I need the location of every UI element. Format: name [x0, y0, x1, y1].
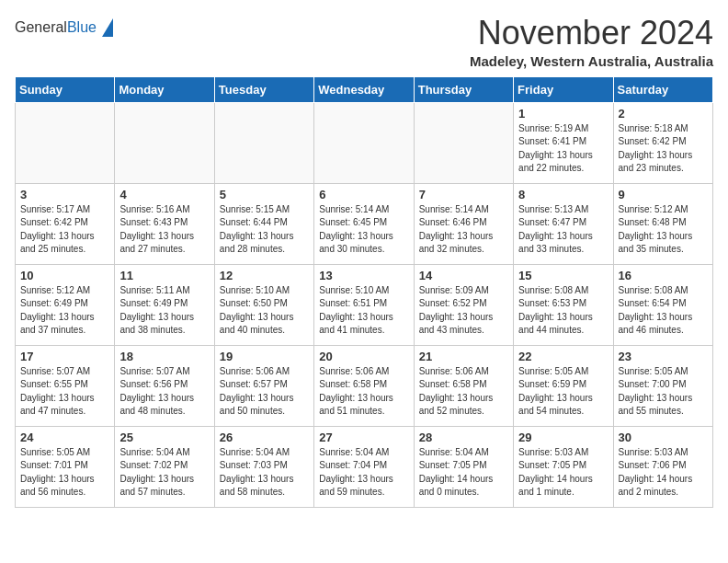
- calendar-week-2: 3Sunrise: 5:17 AM Sunset: 6:42 PM Daylig…: [16, 183, 713, 264]
- calendar-cell: 18Sunrise: 5:07 AM Sunset: 6:56 PM Dayli…: [115, 345, 214, 426]
- calendar-cell: 5Sunrise: 5:15 AM Sunset: 6:44 PM Daylig…: [214, 183, 313, 264]
- weekday-header-saturday: Saturday: [613, 76, 712, 102]
- day-number: 4: [119, 188, 209, 201]
- day-info: Sunrise: 5:11 AM Sunset: 6:49 PM Dayligh…: [119, 284, 209, 338]
- calendar-cell: 22Sunrise: 5:05 AM Sunset: 6:59 PM Dayli…: [514, 345, 613, 426]
- day-info: Sunrise: 5:04 AM Sunset: 7:03 PM Dayligh…: [220, 446, 309, 500]
- day-info: Sunrise: 5:04 AM Sunset: 7:02 PM Dayligh…: [119, 446, 209, 500]
- month-title: November 2024: [470, 15, 713, 52]
- calendar-cell: 26Sunrise: 5:04 AM Sunset: 7:03 PM Dayli…: [214, 426, 313, 507]
- calendar-cell: 29Sunrise: 5:03 AM Sunset: 7:05 PM Dayli…: [514, 426, 613, 507]
- day-number: 19: [220, 350, 309, 363]
- calendar-cell: 1Sunrise: 5:19 AM Sunset: 6:41 PM Daylig…: [514, 102, 613, 183]
- calendar-week-1: 1Sunrise: 5:19 AM Sunset: 6:41 PM Daylig…: [16, 102, 713, 183]
- day-number: 23: [619, 350, 708, 363]
- calendar-cell: 20Sunrise: 5:06 AM Sunset: 6:58 PM Dayli…: [314, 345, 414, 426]
- day-info: Sunrise: 5:05 AM Sunset: 7:01 PM Dayligh…: [20, 446, 109, 500]
- day-info: Sunrise: 5:09 AM Sunset: 6:52 PM Dayligh…: [419, 284, 508, 338]
- calendar-cell: 19Sunrise: 5:06 AM Sunset: 6:57 PM Dayli…: [214, 345, 313, 426]
- day-info: Sunrise: 5:12 AM Sunset: 6:48 PM Dayligh…: [619, 203, 708, 257]
- day-info: Sunrise: 5:03 AM Sunset: 7:06 PM Dayligh…: [619, 446, 708, 500]
- day-info: Sunrise: 5:07 AM Sunset: 6:55 PM Dayligh…: [20, 365, 109, 419]
- weekday-header-tuesday: Tuesday: [214, 76, 313, 102]
- day-number: 25: [119, 431, 209, 444]
- day-info: Sunrise: 5:04 AM Sunset: 7:04 PM Dayligh…: [319, 446, 408, 500]
- day-number: 22: [518, 350, 608, 363]
- calendar-cell: [314, 102, 414, 183]
- day-number: 30: [619, 431, 708, 444]
- day-info: Sunrise: 5:07 AM Sunset: 6:56 PM Dayligh…: [119, 365, 209, 419]
- day-number: 18: [119, 350, 209, 363]
- calendar-week-3: 10Sunrise: 5:12 AM Sunset: 6:49 PM Dayli…: [16, 264, 713, 345]
- calendar-cell: 24Sunrise: 5:05 AM Sunset: 7:01 PM Dayli…: [16, 426, 115, 507]
- day-number: 2: [619, 107, 708, 121]
- day-number: 29: [518, 431, 608, 444]
- weekday-header-row: SundayMondayTuesdayWednesdayThursdayFrid…: [16, 76, 713, 102]
- calendar-week-5: 24Sunrise: 5:05 AM Sunset: 7:01 PM Dayli…: [16, 426, 713, 507]
- calendar-cell: 9Sunrise: 5:12 AM Sunset: 6:48 PM Daylig…: [613, 183, 712, 264]
- calendar-cell: [214, 102, 313, 183]
- day-info: Sunrise: 5:06 AM Sunset: 6:58 PM Dayligh…: [319, 365, 408, 419]
- weekday-header-thursday: Thursday: [414, 76, 513, 102]
- day-info: Sunrise: 5:06 AM Sunset: 6:58 PM Dayligh…: [419, 365, 508, 419]
- calendar-cell: 21Sunrise: 5:06 AM Sunset: 6:58 PM Dayli…: [414, 345, 513, 426]
- calendar-week-4: 17Sunrise: 5:07 AM Sunset: 6:55 PM Dayli…: [16, 345, 713, 426]
- calendar-cell: 13Sunrise: 5:10 AM Sunset: 6:51 PM Dayli…: [314, 264, 414, 345]
- calendar-cell: 27Sunrise: 5:04 AM Sunset: 7:04 PM Dayli…: [314, 426, 414, 507]
- day-number: 5: [220, 188, 309, 201]
- day-info: Sunrise: 5:10 AM Sunset: 6:51 PM Dayligh…: [319, 284, 408, 338]
- day-number: 15: [518, 269, 608, 282]
- day-number: 27: [319, 431, 408, 444]
- calendar-cell: 8Sunrise: 5:13 AM Sunset: 6:47 PM Daylig…: [514, 183, 613, 264]
- calendar-cell: 6Sunrise: 5:14 AM Sunset: 6:45 PM Daylig…: [314, 183, 414, 264]
- calendar-cell: [115, 102, 214, 183]
- calendar-cell: [16, 102, 115, 183]
- calendar-cell: 15Sunrise: 5:08 AM Sunset: 6:53 PM Dayli…: [514, 264, 613, 345]
- day-number: 13: [319, 269, 408, 282]
- calendar-cell: 16Sunrise: 5:08 AM Sunset: 6:54 PM Dayli…: [613, 264, 712, 345]
- calendar-cell: 2Sunrise: 5:18 AM Sunset: 6:42 PM Daylig…: [613, 102, 712, 183]
- location-subtitle: Madeley, Western Australia, Australia: [470, 53, 713, 69]
- day-number: 12: [220, 269, 309, 282]
- calendar-cell: 3Sunrise: 5:17 AM Sunset: 6:42 PM Daylig…: [16, 183, 115, 264]
- day-number: 6: [319, 188, 408, 201]
- logo: GeneralBlue: [15, 15, 113, 37]
- day-number: 7: [419, 188, 508, 201]
- day-info: Sunrise: 5:06 AM Sunset: 6:57 PM Dayligh…: [220, 365, 309, 419]
- day-info: Sunrise: 5:12 AM Sunset: 6:49 PM Dayligh…: [20, 284, 109, 338]
- day-number: 9: [619, 188, 708, 201]
- day-number: 1: [518, 107, 608, 121]
- calendar-cell: 11Sunrise: 5:11 AM Sunset: 6:49 PM Dayli…: [115, 264, 214, 345]
- day-info: Sunrise: 5:08 AM Sunset: 6:53 PM Dayligh…: [518, 284, 608, 338]
- day-number: 26: [220, 431, 309, 444]
- day-info: Sunrise: 5:14 AM Sunset: 6:45 PM Dayligh…: [319, 203, 408, 257]
- day-number: 11: [119, 269, 209, 282]
- day-info: Sunrise: 5:19 AM Sunset: 6:41 PM Dayligh…: [518, 122, 608, 176]
- day-info: Sunrise: 5:16 AM Sunset: 6:43 PM Dayligh…: [119, 203, 209, 257]
- calendar-cell: 4Sunrise: 5:16 AM Sunset: 6:43 PM Daylig…: [115, 183, 214, 264]
- day-info: Sunrise: 5:10 AM Sunset: 6:50 PM Dayligh…: [220, 284, 309, 338]
- day-number: 24: [20, 431, 109, 444]
- logo-general: General: [15, 19, 67, 35]
- day-number: 14: [419, 269, 508, 282]
- calendar-table: SundayMondayTuesdayWednesdayThursdayFrid…: [15, 76, 713, 508]
- weekday-header-wednesday: Wednesday: [314, 76, 414, 102]
- weekday-header-sunday: Sunday: [16, 76, 115, 102]
- calendar-cell: 28Sunrise: 5:04 AM Sunset: 7:05 PM Dayli…: [414, 426, 513, 507]
- day-info: Sunrise: 5:13 AM Sunset: 6:47 PM Dayligh…: [518, 203, 608, 257]
- day-number: 8: [518, 188, 608, 201]
- calendar-cell: 14Sunrise: 5:09 AM Sunset: 6:52 PM Dayli…: [414, 264, 513, 345]
- day-info: Sunrise: 5:04 AM Sunset: 7:05 PM Dayligh…: [419, 446, 508, 500]
- day-info: Sunrise: 5:15 AM Sunset: 6:44 PM Dayligh…: [220, 203, 309, 257]
- calendar-cell: 30Sunrise: 5:03 AM Sunset: 7:06 PM Dayli…: [613, 426, 712, 507]
- page-header: GeneralBlue November 2024 Madeley, Weste…: [15, 15, 713, 69]
- day-number: 17: [20, 350, 109, 363]
- day-info: Sunrise: 5:17 AM Sunset: 6:42 PM Dayligh…: [20, 203, 109, 257]
- day-number: 3: [20, 188, 109, 201]
- weekday-header-monday: Monday: [115, 76, 214, 102]
- logo-triangle-icon: [102, 18, 113, 37]
- day-info: Sunrise: 5:18 AM Sunset: 6:42 PM Dayligh…: [619, 122, 708, 176]
- calendar-cell: 17Sunrise: 5:07 AM Sunset: 6:55 PM Dayli…: [16, 345, 115, 426]
- calendar-cell: 25Sunrise: 5:04 AM Sunset: 7:02 PM Dayli…: [115, 426, 214, 507]
- logo-text: GeneralBlue: [15, 19, 97, 36]
